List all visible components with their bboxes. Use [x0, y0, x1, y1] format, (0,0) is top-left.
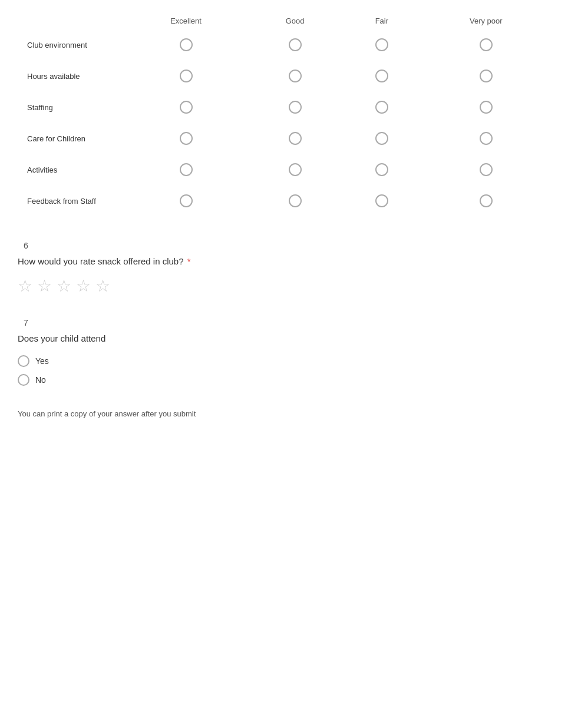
radio-cell-very-poor[interactable]	[422, 30, 550, 61]
radio-cell-excellent[interactable]	[124, 92, 248, 124]
radio-cell-excellent[interactable]	[124, 61, 248, 92]
radio-cell-good[interactable]	[248, 92, 342, 124]
col-header-label	[18, 12, 124, 30]
radio-very-poor[interactable]	[480, 194, 493, 207]
radio-good[interactable]	[289, 194, 302, 207]
row-label: Care for Children	[18, 124, 124, 155]
radio-very-poor[interactable]	[480, 132, 493, 145]
radio-cell-excellent[interactable]	[124, 155, 248, 186]
radio-fair[interactable]	[375, 38, 388, 51]
table-row: Care for Children	[18, 124, 550, 155]
col-header-excellent: Excellent	[124, 12, 248, 30]
radio-fair[interactable]	[375, 163, 388, 176]
table-row: Staffing	[18, 92, 550, 124]
radio-cell-very-poor[interactable]	[422, 61, 550, 92]
star-1[interactable]: ☆	[18, 278, 32, 294]
radio-cell-excellent[interactable]	[124, 30, 248, 61]
row-label: Staffing	[18, 92, 124, 124]
question-6-number: 6	[24, 241, 550, 250]
question-7-text: Does your child attend	[18, 333, 550, 343]
radio-fair[interactable]	[375, 132, 388, 145]
radio-excellent[interactable]	[180, 70, 193, 82]
col-header-fair: Fair	[342, 12, 422, 30]
radio-fair[interactable]	[375, 194, 388, 207]
radio-cell-fair[interactable]	[342, 30, 422, 61]
radio-very-poor[interactable]	[480, 70, 493, 82]
radio-good[interactable]	[289, 101, 302, 114]
radio-very-poor[interactable]	[480, 38, 493, 51]
row-label: Club environment	[18, 30, 124, 61]
radio-cell-good[interactable]	[248, 124, 342, 155]
question-7-section: 7 Does your child attend YesNo	[18, 318, 550, 386]
radio-circle-yes[interactable]	[18, 355, 29, 367]
star-3[interactable]: ☆	[57, 278, 71, 294]
question-7-number: 7	[24, 318, 550, 327]
table-row: Hours available	[18, 61, 550, 92]
rating-table: Excellent Good Fair Very poor Club envir…	[18, 12, 550, 217]
question-6-text: How would you rate snack offered in club…	[18, 256, 550, 266]
radio-option-yes[interactable]: Yes	[18, 355, 550, 367]
table-row: Activities	[18, 155, 550, 186]
row-label: Feedback from Staff	[18, 186, 124, 217]
star-rating[interactable]: ☆☆☆☆☆	[18, 278, 550, 294]
radio-fair[interactable]	[375, 101, 388, 114]
row-label: Activities	[18, 155, 124, 186]
footer-text: You can print a copy of your answer afte…	[18, 409, 550, 418]
radio-options: YesNo	[18, 355, 550, 386]
col-header-very-poor: Very poor	[422, 12, 550, 30]
star-2[interactable]: ☆	[37, 278, 52, 294]
radio-good[interactable]	[289, 38, 302, 51]
row-label: Hours available	[18, 61, 124, 92]
radio-cell-very-poor[interactable]	[422, 155, 550, 186]
radio-fair[interactable]	[375, 70, 388, 82]
radio-cell-good[interactable]	[248, 155, 342, 186]
table-row: Feedback from Staff	[18, 186, 550, 217]
radio-good[interactable]	[289, 132, 302, 145]
radio-cell-good[interactable]	[248, 186, 342, 217]
radio-circle-no[interactable]	[18, 374, 29, 386]
question-6-section: 6 How would you rate snack offered in cl…	[18, 241, 550, 294]
radio-excellent[interactable]	[180, 163, 193, 176]
radio-cell-fair[interactable]	[342, 92, 422, 124]
radio-cell-good[interactable]	[248, 61, 342, 92]
radio-cell-fair[interactable]	[342, 155, 422, 186]
radio-cell-very-poor[interactable]	[422, 124, 550, 155]
star-5[interactable]: ☆	[95, 278, 110, 294]
radio-cell-excellent[interactable]	[124, 124, 248, 155]
radio-cell-fair[interactable]	[342, 186, 422, 217]
required-marker: *	[185, 256, 191, 266]
radio-cell-excellent[interactable]	[124, 186, 248, 217]
radio-excellent[interactable]	[180, 38, 193, 51]
col-header-good: Good	[248, 12, 342, 30]
radio-label-yes: Yes	[35, 356, 49, 366]
radio-cell-fair[interactable]	[342, 61, 422, 92]
radio-cell-good[interactable]	[248, 30, 342, 61]
radio-cell-very-poor[interactable]	[422, 186, 550, 217]
radio-excellent[interactable]	[180, 101, 193, 114]
radio-excellent[interactable]	[180, 132, 193, 145]
radio-very-poor[interactable]	[480, 163, 493, 176]
radio-cell-fair[interactable]	[342, 124, 422, 155]
radio-very-poor[interactable]	[480, 101, 493, 114]
star-4[interactable]: ☆	[76, 278, 91, 294]
radio-option-no[interactable]: No	[18, 374, 550, 386]
table-row: Club environment	[18, 30, 550, 61]
radio-excellent[interactable]	[180, 194, 193, 207]
radio-label-no: No	[35, 375, 46, 385]
radio-good[interactable]	[289, 163, 302, 176]
radio-cell-very-poor[interactable]	[422, 92, 550, 124]
radio-good[interactable]	[289, 70, 302, 82]
